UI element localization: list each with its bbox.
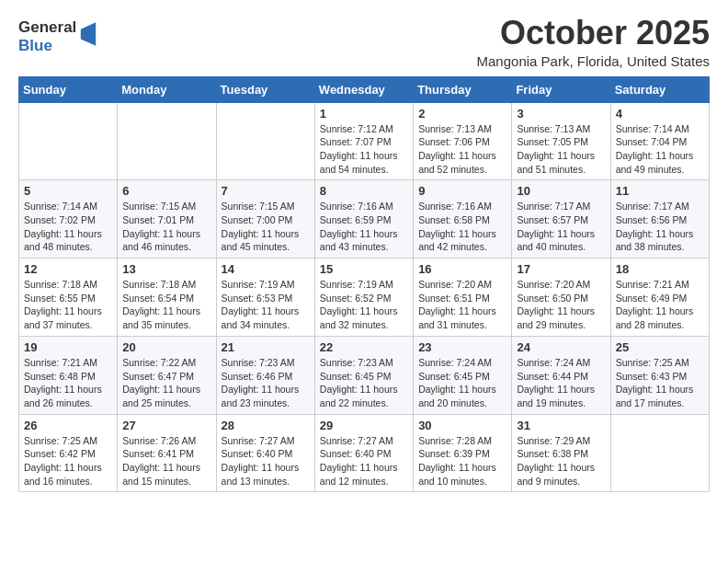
logo-blue: Blue [18, 37, 76, 55]
day-info: Sunrise: 7:16 AM Sunset: 6:58 PM Dayligh… [418, 200, 506, 254]
day-number: 29 [320, 419, 408, 432]
day-info: Sunrise: 7:27 AM Sunset: 6:40 PM Dayligh… [222, 434, 310, 488]
day-number: 7 [222, 184, 310, 198]
day-info: Sunrise: 7:28 AM Sunset: 6:39 PM Dayligh… [418, 434, 506, 488]
day-info: Sunrise: 7:14 AM Sunset: 7:04 PM Dayligh… [616, 122, 704, 177]
day-info: Sunrise: 7:18 AM Sunset: 6:55 PM Dayligh… [24, 278, 112, 332]
day-info: Sunrise: 7:14 AM Sunset: 7:02 PM Dayligh… [24, 200, 112, 254]
col-friday: Friday [512, 76, 610, 102]
day-number: 20 [122, 340, 210, 354]
calendar-cell: 24Sunrise: 7:24 AM Sunset: 6:44 PM Dayli… [512, 336, 610, 414]
logo-icon [79, 22, 97, 48]
day-info: Sunrise: 7:21 AM Sunset: 6:49 PM Dayligh… [616, 278, 704, 332]
day-info: Sunrise: 7:18 AM Sunset: 6:54 PM Dayligh… [122, 278, 210, 332]
day-info: Sunrise: 7:15 AM Sunset: 7:01 PM Dayligh… [122, 200, 210, 254]
day-number: 12 [24, 262, 112, 276]
calendar-cell: 19Sunrise: 7:21 AM Sunset: 6:48 PM Dayli… [19, 336, 118, 414]
day-number: 9 [418, 184, 506, 198]
day-info: Sunrise: 7:26 AM Sunset: 6:41 PM Dayligh… [122, 434, 210, 488]
calendar-cell [610, 414, 709, 492]
title-block: October 2025 Mangonia Park, Florida, Uni… [477, 15, 710, 69]
calendar-cell: 14Sunrise: 7:19 AM Sunset: 6:53 PM Dayli… [216, 259, 314, 337]
day-number: 14 [222, 262, 310, 276]
calendar-cell: 22Sunrise: 7:23 AM Sunset: 6:45 PM Dayli… [314, 336, 413, 414]
calendar: Sunday Monday Tuesday Wednesday Thursday… [18, 76, 710, 493]
svg-marker-0 [81, 22, 96, 45]
col-monday: Monday [118, 76, 216, 102]
day-number: 5 [24, 184, 112, 198]
day-info: Sunrise: 7:17 AM Sunset: 6:56 PM Dayligh… [616, 200, 704, 254]
day-number: 15 [320, 262, 408, 276]
day-info: Sunrise: 7:20 AM Sunset: 6:50 PM Dayligh… [517, 278, 605, 332]
day-number: 3 [517, 107, 605, 121]
calendar-cell: 20Sunrise: 7:22 AM Sunset: 6:47 PM Dayli… [118, 336, 216, 414]
calendar-cell: 28Sunrise: 7:27 AM Sunset: 6:40 PM Dayli… [216, 414, 314, 492]
calendar-cell: 25Sunrise: 7:25 AM Sunset: 6:43 PM Dayli… [610, 336, 709, 414]
calendar-week-1: 1Sunrise: 7:12 AM Sunset: 7:07 PM Daylig… [19, 102, 710, 180]
calendar-cell: 21Sunrise: 7:23 AM Sunset: 6:46 PM Dayli… [216, 336, 314, 414]
day-number: 24 [517, 340, 605, 354]
calendar-cell: 27Sunrise: 7:26 AM Sunset: 6:41 PM Dayli… [118, 414, 216, 492]
day-number: 27 [122, 419, 210, 432]
calendar-cell: 2Sunrise: 7:13 AM Sunset: 7:06 PM Daylig… [414, 102, 512, 180]
calendar-cell: 4Sunrise: 7:14 AM Sunset: 7:04 PM Daylig… [610, 102, 709, 180]
calendar-cell: 26Sunrise: 7:25 AM Sunset: 6:42 PM Dayli… [19, 414, 118, 492]
day-info: Sunrise: 7:23 AM Sunset: 6:46 PM Dayligh… [222, 356, 310, 410]
calendar-week-3: 12Sunrise: 7:18 AM Sunset: 6:55 PM Dayli… [19, 259, 710, 337]
day-number: 26 [24, 419, 112, 432]
day-info: Sunrise: 7:24 AM Sunset: 6:44 PM Dayligh… [517, 356, 605, 410]
day-number: 18 [616, 262, 704, 276]
day-number: 19 [24, 340, 112, 354]
day-number: 17 [517, 262, 605, 276]
day-info: Sunrise: 7:27 AM Sunset: 6:40 PM Dayligh… [320, 434, 408, 488]
location: Mangonia Park, Florida, United States [477, 53, 710, 69]
calendar-cell [19, 102, 118, 180]
calendar-cell: 18Sunrise: 7:21 AM Sunset: 6:49 PM Dayli… [610, 259, 709, 337]
logo-general: General [18, 18, 76, 37]
header: General Blue October 2025 Mangonia Park,… [18, 15, 710, 69]
col-tuesday: Tuesday [216, 76, 314, 102]
calendar-cell: 6Sunrise: 7:15 AM Sunset: 7:01 PM Daylig… [118, 180, 216, 259]
day-number: 21 [222, 340, 310, 354]
day-number: 11 [616, 184, 704, 198]
calendar-cell [216, 102, 314, 180]
day-number: 2 [418, 107, 506, 121]
day-info: Sunrise: 7:15 AM Sunset: 7:00 PM Dayligh… [222, 200, 310, 254]
day-number: 13 [122, 262, 210, 276]
col-thursday: Thursday [414, 76, 512, 102]
col-wednesday: Wednesday [314, 76, 413, 102]
calendar-cell: 9Sunrise: 7:16 AM Sunset: 6:58 PM Daylig… [414, 180, 512, 259]
day-number: 22 [320, 340, 408, 354]
calendar-cell: 16Sunrise: 7:20 AM Sunset: 6:51 PM Dayli… [414, 259, 512, 337]
calendar-cell: 5Sunrise: 7:14 AM Sunset: 7:02 PM Daylig… [19, 180, 118, 259]
day-number: 30 [418, 419, 506, 432]
calendar-cell: 23Sunrise: 7:24 AM Sunset: 6:45 PM Dayli… [414, 336, 512, 414]
col-sunday: Sunday [19, 76, 118, 102]
calendar-week-2: 5Sunrise: 7:14 AM Sunset: 7:02 PM Daylig… [19, 180, 710, 259]
calendar-week-5: 26Sunrise: 7:25 AM Sunset: 6:42 PM Dayli… [19, 414, 710, 492]
day-info: Sunrise: 7:19 AM Sunset: 6:53 PM Dayligh… [222, 278, 310, 332]
day-info: Sunrise: 7:19 AM Sunset: 6:52 PM Dayligh… [320, 278, 408, 332]
day-number: 10 [517, 184, 605, 198]
calendar-week-4: 19Sunrise: 7:21 AM Sunset: 6:48 PM Dayli… [19, 336, 710, 414]
day-info: Sunrise: 7:25 AM Sunset: 6:42 PM Dayligh… [24, 434, 112, 488]
calendar-cell: 7Sunrise: 7:15 AM Sunset: 7:00 PM Daylig… [216, 180, 314, 259]
day-info: Sunrise: 7:16 AM Sunset: 6:59 PM Dayligh… [320, 200, 408, 254]
calendar-cell: 1Sunrise: 7:12 AM Sunset: 7:07 PM Daylig… [314, 102, 413, 180]
day-number: 16 [418, 262, 506, 276]
calendar-cell: 15Sunrise: 7:19 AM Sunset: 6:52 PM Dayli… [314, 259, 413, 337]
day-number: 6 [122, 184, 210, 198]
calendar-cell: 30Sunrise: 7:28 AM Sunset: 6:39 PM Dayli… [414, 414, 512, 492]
day-info: Sunrise: 7:21 AM Sunset: 6:48 PM Dayligh… [24, 356, 112, 410]
calendar-cell: 29Sunrise: 7:27 AM Sunset: 6:40 PM Dayli… [314, 414, 413, 492]
col-saturday: Saturday [610, 76, 709, 102]
logo-text: General Blue [18, 18, 76, 54]
day-info: Sunrise: 7:13 AM Sunset: 7:06 PM Dayligh… [418, 122, 506, 177]
day-number: 8 [320, 184, 408, 198]
day-info: Sunrise: 7:29 AM Sunset: 6:38 PM Dayligh… [517, 434, 605, 488]
calendar-cell: 3Sunrise: 7:13 AM Sunset: 7:05 PM Daylig… [512, 102, 610, 180]
day-info: Sunrise: 7:23 AM Sunset: 6:45 PM Dayligh… [320, 356, 408, 410]
logo: General Blue [18, 18, 97, 54]
day-number: 1 [320, 107, 408, 121]
day-info: Sunrise: 7:12 AM Sunset: 7:07 PM Dayligh… [320, 122, 408, 177]
